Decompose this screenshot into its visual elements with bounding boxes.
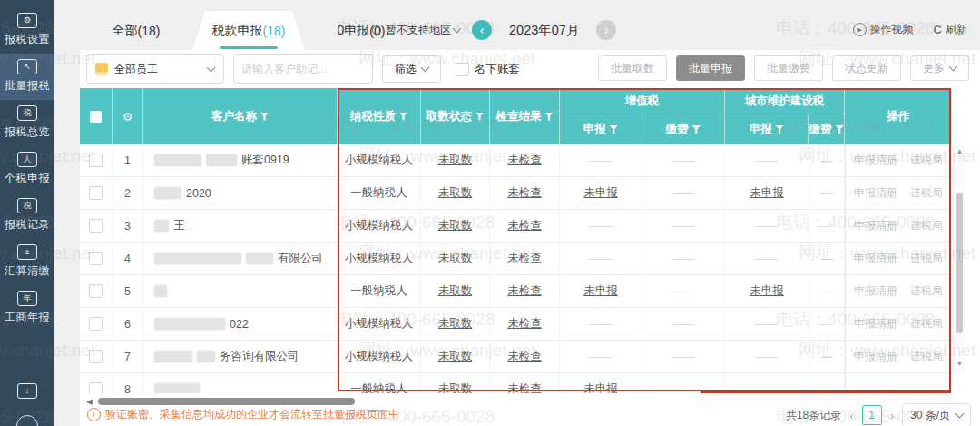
refresh-button[interactable]: C 刷新 xyxy=(934,22,967,37)
monitor-download-icon[interactable]: ↓ xyxy=(17,383,37,399)
filter-icon[interactable] xyxy=(545,113,554,121)
select-all-checkbox[interactable] xyxy=(90,111,102,123)
check-result: 未检查 xyxy=(490,373,560,393)
row-checkbox[interactable] xyxy=(89,219,103,233)
scroll-left-arrow[interactable]: ◀ xyxy=(86,397,93,406)
filter-icon[interactable] xyxy=(836,125,844,134)
operation-link-进税局[interactable]: 进税局 xyxy=(910,251,943,266)
redacted-text xyxy=(154,285,167,297)
check-result-link[interactable]: 未检查 xyxy=(507,185,542,201)
operation-link-进税局[interactable]: 进税局 xyxy=(910,283,943,299)
sidebar-item-报税设置[interactable]: ⚙报税设置 xyxy=(0,7,54,54)
fetch-status-link[interactable]: 未取数 xyxy=(438,153,473,168)
operation-link-进税局[interactable]: 进税局 xyxy=(910,185,943,201)
fetch-status-link[interactable]: 未取数 xyxy=(438,316,473,332)
filter-icon[interactable] xyxy=(692,125,701,134)
fetch-status-link[interactable]: 未取数 xyxy=(438,381,473,393)
tab-全部[interactable]: 全部(18) xyxy=(80,11,192,50)
row-checkbox[interactable] xyxy=(89,284,103,298)
my-accounts-checkbox-row[interactable]: 名下账套 xyxy=(456,62,520,77)
operation-link-申报清册[interactable]: 申报清册 xyxy=(854,349,897,364)
check-result-link[interactable]: 未检查 xyxy=(507,153,542,168)
operation-link-申报清册[interactable]: 申报清册 xyxy=(854,283,897,299)
check-result-link[interactable]: 未检查 xyxy=(507,283,542,299)
button-批量取数[interactable]: 批量取数 xyxy=(598,55,667,81)
filter-button[interactable]: 筛选 xyxy=(382,55,441,83)
fetch-status: 未取数 xyxy=(421,373,490,393)
tab-税款申报[interactable]: 税款申报(18) xyxy=(192,11,305,50)
dash-placeholder: —— xyxy=(756,253,779,265)
region-selector[interactable]: 暂不支持地区 xyxy=(372,23,460,38)
operation-link-进税局[interactable]: 进税局 xyxy=(910,218,943,233)
horizontal-scroll-thumb[interactable] xyxy=(98,398,355,405)
fetch-status-link[interactable]: 未取数 xyxy=(438,251,473,266)
search-input[interactable] xyxy=(234,63,389,75)
check-result-link[interactable]: 未检查 xyxy=(507,218,542,233)
header-select-all xyxy=(80,88,113,144)
operation-link-进税局[interactable]: 进税局 xyxy=(910,349,943,364)
fetch-status-link[interactable]: 未取数 xyxy=(438,283,473,299)
row-checkbox[interactable] xyxy=(89,252,103,265)
check-result-link[interactable]: 未检查 xyxy=(507,316,542,332)
row-checkbox[interactable] xyxy=(89,382,103,393)
scroll-up-arrow[interactable]: ▲ xyxy=(954,147,965,155)
sidebar-item-工商年报[interactable]: 年工商年报 xyxy=(0,285,54,332)
operation-video-button[interactable]: ▶ 操作视频 xyxy=(853,22,914,37)
row-checkbox[interactable] xyxy=(89,317,103,331)
sidebar-item-报税总览[interactable]: 税报税总览 xyxy=(0,100,54,146)
employee-filter-select[interactable]: 全部员工 xyxy=(86,54,224,84)
vertical-scrollbar[interactable]: ▲ ▼ xyxy=(953,145,965,372)
sidebar-item-报税记录[interactable]: 税报税记录 xyxy=(0,193,54,239)
current-page[interactable]: 1 xyxy=(862,405,882,425)
operation-link-进税局[interactable]: 进税局 xyxy=(910,316,943,332)
header-urban-declare: 申报 xyxy=(725,114,808,144)
dash-placeholder: —— xyxy=(672,187,695,200)
urban-declare-link[interactable]: 未申报 xyxy=(750,185,784,201)
vat-declare-link[interactable]: 未申报 xyxy=(583,185,618,201)
page-size-select[interactable]: 30 条/页 xyxy=(902,403,971,426)
fetch-status-link[interactable]: 未取数 xyxy=(438,185,473,201)
help-circle-icon[interactable] xyxy=(16,415,38,426)
button-批量申报[interactable]: 批量申报 xyxy=(676,55,745,81)
scroll-down-arrow[interactable]: ▼ xyxy=(954,360,965,368)
sidebar-item-批量报税[interactable]: ↖批量报税 xyxy=(0,54,54,100)
sidebar-item-汇算清缴[interactable]: ±汇算清缴 xyxy=(0,239,54,285)
operation-link-申报清册[interactable]: 申报清册 xyxy=(854,153,897,168)
check-result-link[interactable]: 未检查 xyxy=(507,381,542,393)
operation-link-申报清册[interactable]: 申报清册 xyxy=(854,251,897,266)
sidebar-item-个税申报[interactable]: 人个税申报 xyxy=(0,146,54,193)
operation-link-申报清册[interactable]: 申报清册 xyxy=(854,185,897,201)
next-page-button[interactable]: › xyxy=(890,409,894,422)
fetch-status-link[interactable]: 未取数 xyxy=(438,349,473,364)
prev-month-button[interactable]: ‹ xyxy=(472,20,492,40)
button-状态更新[interactable]: 状态更新 xyxy=(832,55,901,81)
horizontal-scrollbar[interactable]: ◀ xyxy=(86,397,355,406)
header-label: 申报 xyxy=(583,122,606,137)
checkbox[interactable] xyxy=(456,63,469,76)
row-number-cell: 6 xyxy=(113,308,143,340)
vat-declare-link[interactable]: 未申报 xyxy=(583,283,618,299)
urban-declare-link[interactable]: 未申报 xyxy=(750,283,784,299)
fetch-status-link[interactable]: 未取数 xyxy=(438,218,473,233)
filter-icon[interactable] xyxy=(475,113,484,121)
operation-link-申报清册[interactable]: 申报清册 xyxy=(854,316,897,332)
filter-icon[interactable] xyxy=(776,125,784,134)
check-result-link[interactable]: 未检查 xyxy=(507,251,542,266)
button-批量缴费[interactable]: 批量缴费 xyxy=(754,55,823,81)
next-month-button[interactable]: › xyxy=(596,20,616,40)
row-checkbox[interactable] xyxy=(89,350,103,363)
check-result-link[interactable]: 未检查 xyxy=(507,349,542,364)
filter-icon[interactable] xyxy=(610,125,618,134)
operation-link-申报清册[interactable]: 申报清册 xyxy=(854,218,897,233)
row-checkbox[interactable] xyxy=(89,186,103,200)
prev-page-button[interactable]: ‹ xyxy=(849,409,853,422)
vertical-scroll-thumb[interactable] xyxy=(956,193,963,333)
filter-icon[interactable] xyxy=(399,113,407,121)
operation-link-进税局[interactable]: 进税局 xyxy=(910,153,943,168)
row-checkbox[interactable] xyxy=(89,154,103,167)
vat-declare-link[interactable]: 未申报 xyxy=(583,381,618,393)
redacted-text xyxy=(154,253,241,264)
gear-icon[interactable]: ⚙ xyxy=(122,110,133,124)
filter-icon[interactable] xyxy=(260,113,269,121)
button-更多[interactable]: 更多 xyxy=(910,55,969,81)
